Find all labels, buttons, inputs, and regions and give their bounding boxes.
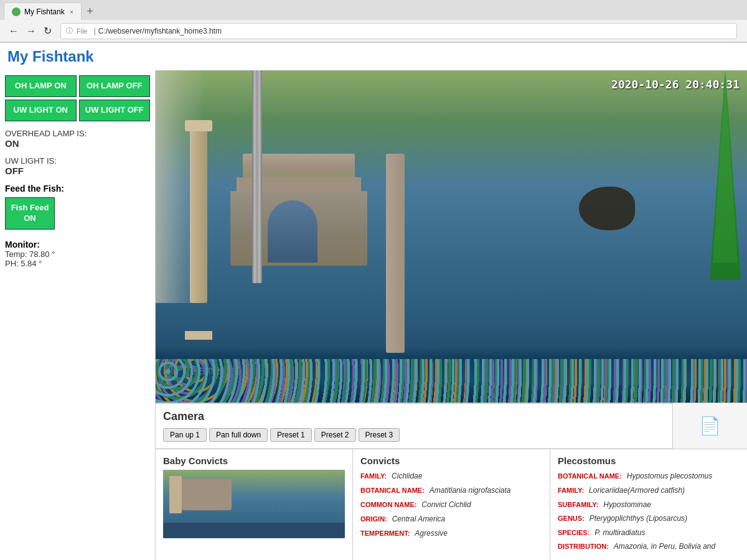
pleco-subfamily-label: SUBFAMILY: — [558, 501, 598, 508]
camera-controls: Camera Pan up 1 Pan full down Preset 1 P… — [156, 403, 672, 449]
convicts-origin-value: Central America — [392, 515, 446, 523]
overhead-value: ON — [5, 138, 150, 149]
convicts-botanical-row: BOTANICAL NAME: Amatitlania nigrofasciat… — [360, 484, 542, 497]
uw-value: OFF — [5, 166, 150, 176]
pleco-family-row: FAMILY: Loricariidae(Armored catfish) — [558, 484, 740, 497]
convicts-temperment-label: TEMPERMENT: — [360, 530, 410, 537]
convicts-common-value: Convict Cichlid — [421, 500, 471, 509]
document-icon: 📄 — [699, 416, 721, 436]
sidebar: OH LAMP ON OH LAMP OFF UW LIGHT ON UW LI… — [0, 70, 156, 560]
camera-controls-row: Camera Pan up 1 Pan full down Preset 1 P… — [156, 403, 747, 449]
plecostomus-col: Plecostomus BOTANICAL NAME: Hypostomus p… — [550, 449, 747, 560]
pleco-family-label: FAMILY: — [558, 487, 584, 494]
preset3-button[interactable]: Preset 3 — [359, 428, 400, 442]
feed-section: Feed the Fish: Fish Feed ON — [5, 184, 150, 230]
pleco-botanical-row: BOTANICAL NAME: Hypostomus plecostomus — [558, 470, 740, 482]
tab-bar: My Fishtank × + — [0, 0, 747, 20]
baby-convicts-col: Baby Convicts — [156, 449, 353, 560]
tab-favicon — [12, 7, 21, 16]
uw-light-on-button[interactable]: UW LIGHT ON — [5, 100, 77, 121]
info-icon: ⓘ — [66, 26, 73, 35]
uw-status: UW LIGHT IS: OFF — [5, 156, 150, 176]
pleco-species-row: SPECIES: P. multiradiatus — [558, 526, 740, 539]
address-bar[interactable]: ⓘ File | C:/webserver/myfishtank_home3.h… — [60, 23, 737, 39]
file-label: File — [77, 27, 88, 35]
uw-light-off-button[interactable]: UW LIGHT OFF — [79, 100, 151, 121]
monitor-label: Monitor: — [5, 240, 150, 250]
baby-convicts-image — [163, 470, 345, 538]
pleco-subfamily-row: SUBFAMILY: Hypostominae — [558, 498, 740, 511]
convicts-family-value: Cichlidae — [392, 472, 422, 480]
baby-convicts-title: Baby Convicts — [163, 455, 345, 466]
convicts-botanical-label: BOTANICAL NAME: — [360, 487, 425, 494]
preset1-button[interactable]: Preset 1 — [270, 428, 312, 442]
pleco-distribution-label: DISTRIBUTION: — [558, 543, 609, 550]
pan-up-button[interactable]: Pan up 1 — [163, 428, 207, 442]
content-area: 2020-10-26 20:40:31 IP Camera Camera Pan… — [156, 70, 747, 560]
camera-section-title: Camera — [163, 410, 665, 423]
feed-label: Feed the Fish: — [5, 184, 150, 194]
overhead-label: OVERHEAD LAMP IS: — [5, 129, 150, 138]
main-layout: OH LAMP ON OH LAMP OFF UW LIGHT ON UW LI… — [0, 70, 747, 560]
convicts-family-label: FAMILY: — [360, 472, 387, 480]
page-title: My Fishtank — [0, 43, 747, 70]
convicts-common-row: COMMON NAME: Convict Cichlid — [360, 498, 542, 511]
pleco-distribution-row: DISTRIBUTION: Amazonia, in Peru, Bolivia… — [558, 540, 740, 553]
convicts-temperment-row: TEMPERMENT: Agressive — [360, 527, 542, 539]
pleco-botanical-label: BOTANICAL NAME: — [558, 472, 622, 480]
convicts-origin-label: ORIGIN: — [360, 515, 387, 523]
oh-lamp-off-button[interactable]: OH LAMP OFF — [79, 75, 151, 97]
page-container: My Fishtank OH LAMP ON OH LAMP OFF UW LI… — [0, 43, 747, 560]
convicts-col: Convicts FAMILY: Cichlidae BOTANICAL NAM… — [353, 449, 550, 560]
right-panel: 📄 — [672, 403, 747, 449]
convicts-common-label: COMMON NAME: — [360, 501, 416, 508]
pleco-genus-row: GENUS: Pterygoplichthys (Liposarcus) — [558, 512, 740, 525]
pan-full-down-button[interactable]: Pan full down — [209, 428, 268, 442]
uw-label: UW LIGHT IS: — [5, 156, 150, 166]
pleco-family-value: Loricariidae(Armored catfish) — [589, 486, 685, 495]
right-panel-icon: 📄 — [673, 403, 747, 449]
pleco-species-label: SPECIES: — [558, 529, 590, 536]
bottom-section: Baby Convicts Convicts FAMILY: — [156, 449, 747, 560]
convicts-origin-row: ORIGIN: Central America — [360, 513, 542, 525]
pleco-genus-value: Pterygoplichthys (Liposarcus) — [590, 514, 687, 523]
tab-title: My Fishtank — [24, 7, 65, 16]
camera-feed: 2020-10-26 20:40:31 IP Camera — [156, 70, 747, 403]
browser-chrome: My Fishtank × + ← → ↻ ⓘ File | C:/webser… — [0, 0, 747, 43]
pleco-botanical-value: Hypostomus plecostomus — [627, 472, 712, 480]
pleco-species-value: P. multiradiatus — [594, 528, 645, 537]
monitor-section: Monitor: Temp: 78.80 ° PH: 5.84 ° — [5, 240, 150, 268]
ph-value: PH: 5.84 ° — [5, 259, 150, 268]
fish-feed-button[interactable]: Fish Feed ON — [5, 197, 55, 230]
pleco-subfamily-value: Hypostominae — [603, 500, 651, 509]
address-text: C:/webserver/myfishtank_home3.htm — [98, 27, 222, 35]
pleco-genus-label: GENUS: — [558, 515, 585, 522]
new-tab-button[interactable]: + — [82, 2, 98, 21]
aquarium-display — [156, 70, 747, 403]
preset2-button[interactable]: Preset 2 — [314, 428, 356, 442]
convicts-botanical-value: Amatitlania nigrofasciata — [430, 486, 511, 495]
back-button[interactable]: ← — [5, 24, 22, 38]
overhead-status: OVERHEAD LAMP IS: ON — [5, 129, 150, 149]
plecostomus-title: Plecostomus — [558, 455, 740, 466]
temp-value: Temp: 78.80 ° — [5, 250, 150, 259]
forward-button[interactable]: → — [22, 24, 40, 38]
oh-lamp-on-button[interactable]: OH LAMP ON — [5, 75, 77, 97]
convicts-temperment-value: Agressive — [415, 529, 448, 538]
tab-close-button[interactable]: × — [70, 8, 73, 16]
nav-bar: ← → ↻ ⓘ File | C:/webserver/myfishtank_h… — [0, 20, 747, 42]
oh-lamp-controls: OH LAMP ON OH LAMP OFF UW LIGHT ON UW LI… — [5, 75, 150, 121]
pleco-distribution-value: Amazonia, in Peru, Bolivia and — [614, 542, 715, 551]
refresh-button[interactable]: ↻ — [40, 24, 55, 38]
convicts-family-row: FAMILY: Cichlidae — [360, 470, 542, 482]
camera-button-row: Pan up 1 Pan full down Preset 1 Preset 2… — [163, 428, 665, 442]
active-tab[interactable]: My Fishtank × — [4, 2, 82, 20]
convicts-title: Convicts — [360, 455, 542, 466]
